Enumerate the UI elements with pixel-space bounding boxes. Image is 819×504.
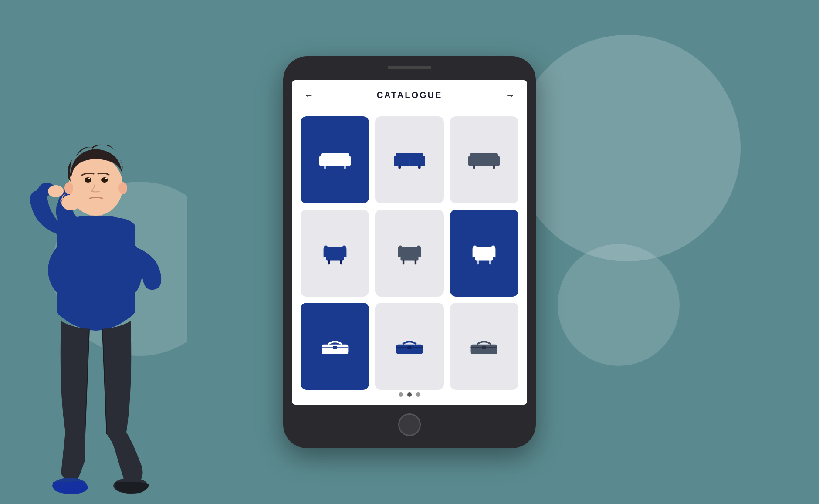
pagination-dot-2[interactable] [407, 392, 412, 397]
person-illustration [4, 42, 187, 504]
svg-rect-38 [340, 260, 342, 264]
svg-point-8 [118, 182, 127, 194]
svg-rect-25 [398, 165, 401, 169]
svg-rect-55 [482, 346, 487, 349]
forward-arrow[interactable]: → [505, 90, 515, 101]
svg-point-9 [61, 195, 81, 210]
svg-rect-26 [418, 165, 421, 169]
grid-item-sofa-gray1[interactable] [375, 116, 443, 203]
svg-rect-23 [394, 156, 398, 166]
svg-rect-42 [415, 260, 416, 264]
svg-rect-41 [403, 260, 404, 264]
svg-rect-33 [493, 165, 495, 169]
svg-point-6 [105, 178, 107, 179]
bg-circle-small [558, 244, 680, 366]
svg-rect-49 [333, 346, 337, 349]
svg-rect-17 [346, 156, 351, 166]
grid-item-armchair-gray2[interactable] [375, 210, 443, 297]
pagination-dots [399, 392, 420, 397]
svg-rect-19 [344, 165, 346, 169]
ottoman-icon-white [318, 335, 352, 359]
svg-rect-18 [324, 165, 326, 169]
svg-rect-52 [407, 346, 412, 349]
svg-rect-30 [468, 156, 473, 166]
screen-header: ← CATALOGUE → [292, 80, 527, 108]
phone-body: ← CATALOGUE → [283, 56, 536, 448]
svg-rect-36 [326, 247, 344, 256]
svg-point-4 [101, 177, 108, 183]
svg-rect-24 [421, 156, 425, 166]
grid-item-sofa-gray2[interactable] [450, 116, 518, 203]
svg-rect-31 [496, 156, 500, 166]
svg-rect-50 [396, 345, 423, 354]
back-arrow[interactable]: ← [304, 90, 314, 101]
grid-item-armchair-gray1[interactable] [301, 210, 369, 297]
grid-item-armchair-blue[interactable] [450, 210, 518, 297]
svg-point-3 [85, 177, 91, 183]
ottoman-icon-dark [467, 335, 501, 359]
svg-point-11 [48, 185, 64, 197]
svg-rect-47 [322, 345, 348, 354]
armchair-icon-white [467, 241, 501, 265]
svg-rect-16 [319, 156, 324, 166]
sofa-icon-dark [467, 148, 501, 172]
grid-item-ottoman-gray1[interactable] [375, 303, 443, 390]
pagination-dot-1[interactable] [399, 392, 403, 397]
svg-rect-53 [471, 345, 497, 354]
svg-point-7 [64, 182, 73, 194]
catalogue-title: CATALOGUE [377, 90, 443, 100]
grid-item-sofa-blue[interactable] [301, 116, 369, 203]
ottoman-icon-navy [392, 335, 427, 359]
svg-rect-40 [400, 247, 418, 256]
armchair-icon-dark [392, 241, 427, 265]
phone-home-button[interactable] [398, 413, 421, 436]
phone-screen: ← CATALOGUE → [292, 80, 527, 405]
svg-rect-37 [328, 260, 330, 264]
pagination-dot-3[interactable] [416, 392, 420, 397]
svg-rect-32 [473, 165, 476, 169]
bg-circle-large [514, 35, 741, 261]
svg-point-5 [88, 178, 90, 179]
phone-speaker [388, 66, 431, 69]
grid-item-ottoman-blue[interactable] [301, 303, 369, 390]
sofa-icon-navy [392, 148, 427, 172]
phone-device: ← CATALOGUE → [283, 56, 536, 448]
catalogue-grid [292, 108, 527, 398]
svg-rect-44 [475, 247, 493, 256]
grid-item-ottoman-gray2[interactable] [450, 303, 518, 390]
sofa-icon-white [318, 148, 352, 172]
armchair-icon-navy [318, 241, 352, 265]
svg-rect-45 [477, 260, 479, 264]
svg-rect-46 [489, 260, 491, 264]
